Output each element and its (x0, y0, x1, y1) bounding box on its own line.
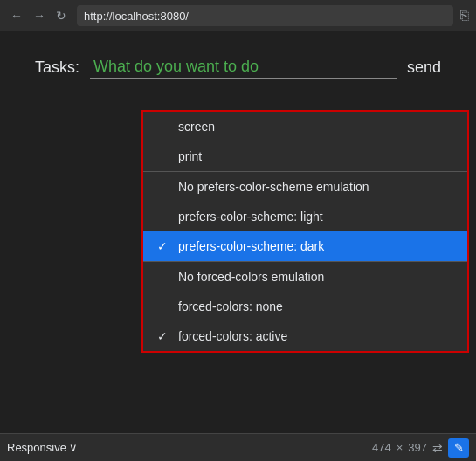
tasks-label: Tasks: (35, 58, 79, 77)
menu-item-prefers-dark[interactable]: ✓prefers-color-scheme: dark (143, 231, 467, 261)
edit-icon: ✎ (454, 441, 464, 454)
dimensions-display: 474 × 397 ⇄ ✎ (372, 438, 469, 458)
menu-item-no-prefers-color[interactable]: No prefers-color-scheme emulation (143, 171, 467, 202)
times-symbol: × (397, 441, 404, 454)
width-value: 474 (372, 441, 391, 454)
menu-item-forced-active[interactable]: ✓forced-colors: active (143, 321, 467, 351)
browser-chrome: ← → ↻ http://localhost:8080/ ⎘ (0, 0, 476, 31)
rotate-icon[interactable]: ⇄ (432, 441, 443, 455)
reload-button[interactable]: ↻ (52, 7, 70, 24)
menu-item-label: No forced-colors emulation (178, 270, 324, 284)
check-icon: ✓ (157, 239, 168, 253)
task-input[interactable] (90, 56, 397, 79)
menu-item-label: screen (178, 120, 215, 134)
tasks-bar: Tasks: send (0, 31, 476, 96)
check-icon: ✓ (157, 329, 168, 343)
menu-item-screen[interactable]: screen (143, 112, 467, 141)
dropdown-container: screenprintNo prefers-color-scheme emula… (141, 110, 469, 353)
send-button[interactable]: send (407, 58, 441, 77)
menu-item-label: No prefers-color-scheme emulation (178, 180, 369, 194)
back-button[interactable]: ← (7, 7, 26, 24)
forward-button[interactable]: → (30, 7, 49, 24)
cast-button[interactable]: ⎘ (460, 8, 469, 24)
menu-item-forced-none[interactable]: forced-colors: none (143, 292, 467, 321)
menu-item-label: prefers-color-scheme: light (178, 210, 323, 224)
menu-item-label: print (178, 149, 202, 163)
responsive-label: Responsive (7, 441, 66, 454)
chevron-down-icon: ∨ (69, 441, 78, 454)
page-content: Tasks: send screenprintNo prefers-color-… (0, 31, 476, 433)
bottom-toolbar: Responsive ∨ 474 × 397 ⇄ ✎ (0, 433, 476, 461)
menu-item-print[interactable]: print (143, 141, 467, 171)
menu-item-no-forced-colors[interactable]: No forced-colors emulation (143, 261, 467, 292)
dropdown-menu: screenprintNo prefers-color-scheme emula… (143, 112, 467, 351)
menu-item-label: forced-colors: active (178, 329, 287, 343)
nav-buttons: ← → ↻ (7, 7, 70, 24)
url-text: http://localhost:8080/ (84, 10, 189, 23)
edit-button[interactable]: ✎ (448, 438, 469, 458)
menu-item-label: prefers-color-scheme: dark (178, 239, 324, 253)
address-bar[interactable]: http://localhost:8080/ (77, 5, 453, 26)
menu-item-label: forced-colors: none (178, 299, 283, 313)
height-value: 397 (408, 441, 427, 454)
responsive-button[interactable]: Responsive ∨ (7, 441, 78, 454)
menu-item-prefers-light[interactable]: prefers-color-scheme: light (143, 202, 467, 231)
